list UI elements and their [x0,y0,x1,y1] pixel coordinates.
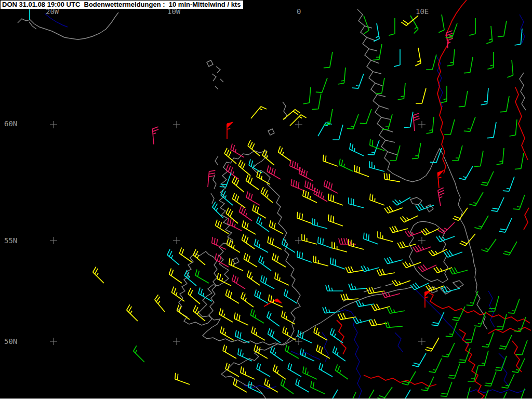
wind-barb [297,212,312,223]
graticule-cross [418,237,425,244]
wind-barb [459,166,473,180]
wind-barb [171,287,184,301]
wind-barb [155,295,165,312]
latitude-label: 50N [4,337,17,345]
river [416,290,469,346]
wind-barb [360,109,371,124]
graticule-cross [295,237,302,244]
wind-barb [314,188,327,202]
wind-barb [195,269,209,283]
wind-barb [216,220,229,234]
wind-barb [134,345,144,362]
wind-barb [299,167,313,181]
wind-barb [469,18,475,35]
wind-barb [223,344,236,358]
wind-barb [453,208,468,221]
wind-barb [400,216,418,222]
wind-barb [498,21,507,37]
wind-barb [330,258,345,269]
wind-barb [220,326,234,340]
wind-barb [396,390,410,399]
wind-barb [275,273,289,285]
wind-barb [449,268,468,274]
wind-barb [345,267,364,273]
wind-barb [246,191,260,205]
wind-barb [499,218,512,232]
wind-barb [405,231,423,237]
wind-barb [319,363,332,377]
wind-barb [425,338,439,351]
graticule-cross [295,338,302,345]
wind-barb [244,253,257,267]
wind-barb [241,367,255,379]
wind-barb [93,267,104,283]
wind-barb [255,239,268,252]
graticule-cross [173,338,180,345]
wind-barb [338,68,345,84]
latitude-label: 60N [4,119,17,128]
wind-barb [425,290,431,308]
wind-barb [384,206,403,213]
wind-barb [410,16,418,33]
wind-barb [225,289,239,303]
longitude-label: 0 [297,7,301,16]
graticule-cross [50,237,57,244]
wind-barb [499,335,512,349]
wind-barb [398,83,405,100]
wind-barb [474,151,483,167]
wind-barb [303,367,317,379]
wind-barb [324,109,332,125]
wind-barb [328,194,343,205]
wind-barb [515,153,524,169]
wind-barb [229,258,243,271]
wind-barb [361,265,379,272]
wind-barb [312,218,327,229]
graticule-cross [173,121,180,128]
wind-barb [460,234,475,246]
wind-barb [349,197,364,208]
coastline [476,73,526,329]
wind-barb [421,377,434,391]
wind-barb [382,114,392,129]
wind-barb [416,204,434,210]
wind-barb [495,356,507,370]
graticule-cross [50,338,57,345]
longitude-label: 10E [416,7,429,16]
wind-barb [487,122,496,138]
wind-barb [413,245,431,252]
wind-barb [513,389,525,399]
wind-barb [167,249,179,265]
wind-barb [373,44,382,60]
wind-barb [364,16,369,34]
wind-barb [403,262,421,268]
wind-barb [217,273,231,286]
wind-barb [284,289,297,303]
country-border [515,87,528,160]
wind-barb [302,234,317,244]
wind-barb [444,250,462,257]
rivers-layer [45,14,526,399]
wind-barb [478,351,488,366]
wind-barb [474,216,488,229]
wind-barb [282,238,295,252]
wind-barb [226,165,239,179]
wind-barb [354,165,369,177]
wind-barb [378,231,393,242]
wind-barb [330,328,343,343]
wind-barb [267,165,281,179]
wind-barb [497,148,504,165]
wind-barb [296,378,309,392]
wind-barb [188,288,200,304]
coastline [409,221,463,294]
wind-barb [434,267,452,273]
wind-barb [482,332,494,347]
wind-barb [370,194,384,205]
wind-barb [482,239,496,252]
wind-barb [241,292,254,307]
coastline [221,338,296,399]
wind-barb [234,313,248,325]
wind-barb [179,248,192,262]
wind-barb [385,322,403,328]
wind-barb [231,143,244,157]
wind-barb [364,233,378,244]
